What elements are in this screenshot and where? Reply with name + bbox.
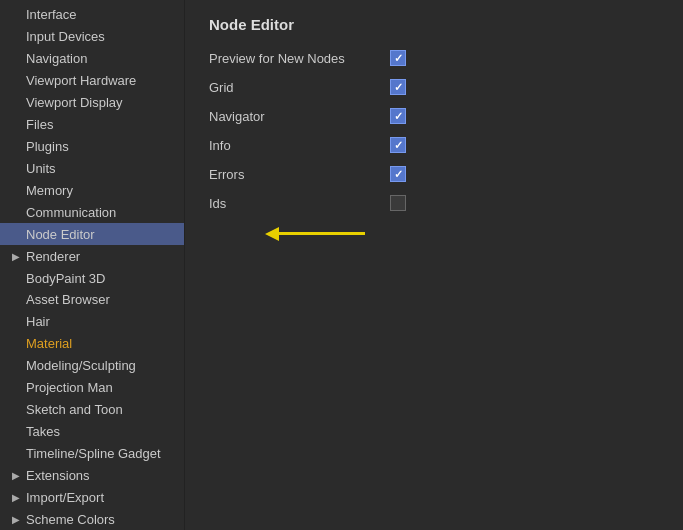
setting-label: Errors xyxy=(209,167,389,182)
sidebar-item-label: Input Devices xyxy=(26,29,105,44)
sidebar-item-label: BodyPaint 3D xyxy=(26,271,106,286)
main-panel: Node Editor Preview for New NodesGridNav… xyxy=(185,0,683,237)
sidebar-item-label: Scheme Colors xyxy=(26,512,115,527)
setting-label: Ids xyxy=(209,196,389,211)
sidebar-item-units[interactable]: Units xyxy=(0,157,184,179)
sidebar-item-label: Modeling/Sculpting xyxy=(26,358,136,373)
sidebar-item-label: Renderer xyxy=(26,249,80,264)
sidebar-item-extensions[interactable]: ▶Extensions xyxy=(0,464,184,486)
sidebar-item-projection-man[interactable]: Projection Man xyxy=(0,377,184,399)
checked-icon xyxy=(390,79,406,95)
sidebar-item-label: Communication xyxy=(26,205,116,220)
sidebar-item-hair[interactable]: Hair xyxy=(0,311,184,333)
checked-icon xyxy=(390,166,406,182)
sidebar-item-communication[interactable]: Communication xyxy=(0,201,184,223)
sidebar-item-label: Files xyxy=(26,117,53,132)
sidebar-item-plugins[interactable]: Plugins xyxy=(0,136,184,158)
sidebar-item-viewport-display[interactable]: Viewport Display xyxy=(0,92,184,114)
sidebar-item-label: Sketch and Toon xyxy=(26,402,123,417)
setting-row: Preview for New Nodes xyxy=(209,47,659,69)
checked-icon xyxy=(390,108,406,124)
sidebar-item-interface[interactable]: Interface xyxy=(0,4,184,26)
checkbox-errors[interactable] xyxy=(389,165,407,183)
sidebar-item-label: Units xyxy=(26,161,56,176)
checkbox-preview-for-new-nodes[interactable] xyxy=(389,49,407,67)
checkbox-grid[interactable] xyxy=(389,78,407,96)
checked-icon xyxy=(390,50,406,66)
sidebar-item-label: Takes xyxy=(26,424,60,439)
setting-label: Navigator xyxy=(209,109,389,124)
settings-list: Preview for New NodesGridNavigatorInfoEr… xyxy=(209,47,659,214)
setting-row: Ids xyxy=(209,192,659,214)
sidebar-item-scheme-colors[interactable]: ▶Scheme Colors xyxy=(0,508,184,530)
sidebar: InterfaceInput DevicesNavigationViewport… xyxy=(0,0,185,530)
section-title: Node Editor xyxy=(209,16,659,33)
sidebar-item-label: Node Editor xyxy=(26,227,95,242)
sidebar-item-bodypaint-3d[interactable]: BodyPaint 3D xyxy=(0,267,184,289)
expand-icon: ▶ xyxy=(12,251,24,262)
expand-icon: ▶ xyxy=(12,514,24,525)
sidebar-item-files[interactable]: Files xyxy=(0,114,184,136)
sidebar-item-label: Viewport Hardware xyxy=(26,73,136,88)
sidebar-item-renderer[interactable]: ▶Renderer xyxy=(0,245,184,267)
sidebar-item-label: Timeline/Spline Gadget xyxy=(26,446,161,461)
sidebar-item-label: Navigation xyxy=(26,51,87,66)
sidebar-item-asset-browser[interactable]: Asset Browser xyxy=(0,289,184,311)
setting-row: Grid xyxy=(209,76,659,98)
setting-row: Info xyxy=(209,134,659,156)
sidebar-item-label: Plugins xyxy=(26,139,69,154)
sidebar-item-import-export[interactable]: ▶Import/Export xyxy=(0,486,184,508)
setting-label: Preview for New Nodes xyxy=(209,51,389,66)
expand-icon: ▶ xyxy=(12,470,24,481)
sidebar-item-label: Asset Browser xyxy=(26,292,110,307)
sidebar-item-timeline-spline-gadget[interactable]: Timeline/Spline Gadget xyxy=(0,442,184,464)
sidebar-item-label: Interface xyxy=(26,7,77,22)
sidebar-item-label: Hair xyxy=(26,314,50,329)
checkbox-navigator[interactable] xyxy=(389,107,407,125)
sidebar-item-input-devices[interactable]: Input Devices xyxy=(0,26,184,48)
sidebar-item-label: Material xyxy=(26,336,72,351)
sidebar-item-label: Viewport Display xyxy=(26,95,123,110)
sidebar-item-label: Import/Export xyxy=(26,490,104,505)
sidebar-item-node-editor[interactable]: Node Editor xyxy=(0,223,184,245)
setting-row: Navigator xyxy=(209,105,659,127)
sidebar-item-label: Projection Man xyxy=(26,380,113,395)
unchecked-icon xyxy=(390,195,406,211)
sidebar-item-takes[interactable]: Takes xyxy=(0,421,184,443)
sidebar-item-modeling-sculpting[interactable]: Modeling/Sculpting xyxy=(0,355,184,377)
sidebar-item-material[interactable]: Material xyxy=(0,333,184,355)
checked-icon xyxy=(390,137,406,153)
setting-row: Errors xyxy=(209,163,659,185)
setting-label: Grid xyxy=(209,80,389,95)
sidebar-item-viewport-hardware[interactable]: Viewport Hardware xyxy=(0,70,184,92)
sidebar-item-memory[interactable]: Memory xyxy=(0,179,184,201)
expand-icon: ▶ xyxy=(12,492,24,503)
sidebar-item-navigation[interactable]: Navigation xyxy=(0,48,184,70)
sidebar-item-sketch-and-toon[interactable]: Sketch and Toon xyxy=(0,399,184,421)
sidebar-item-label: Memory xyxy=(26,183,73,198)
checkbox-ids[interactable] xyxy=(389,194,407,212)
sidebar-item-label: Extensions xyxy=(26,468,90,483)
checkbox-info[interactable] xyxy=(389,136,407,154)
setting-label: Info xyxy=(209,138,389,153)
